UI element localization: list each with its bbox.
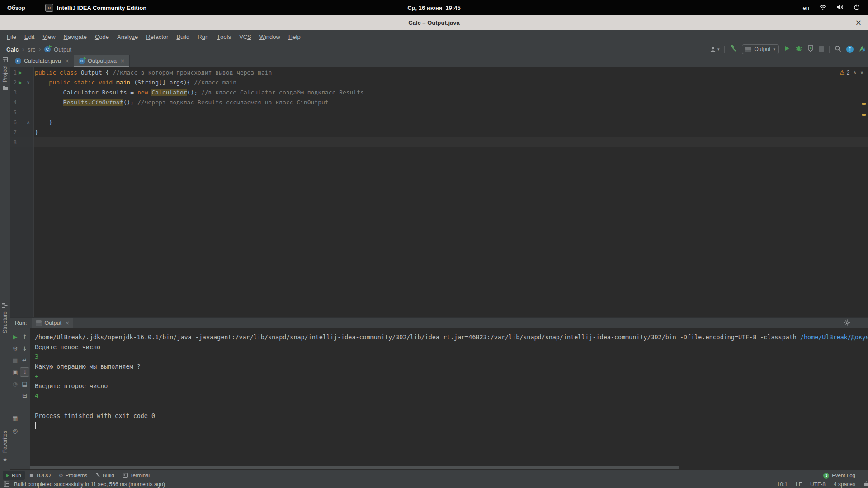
run-settings-button[interactable]: ⚙ <box>11 344 19 353</box>
console-line <box>35 401 868 411</box>
gauge-button[interactable]: ◔ <box>11 380 19 388</box>
toolwindow-label: Run <box>12 473 21 478</box>
tool-stripe-structure[interactable]: Structure <box>0 303 10 333</box>
scrollbar-warning-mark[interactable] <box>862 114 866 116</box>
console-horizontal-scrollbar[interactable] <box>30 466 679 469</box>
print-button[interactable]: ▤ <box>20 380 29 388</box>
pin-tab-button[interactable]: ◎ <box>11 427 19 435</box>
toolwindow-button-terminal[interactable]: Terminal <box>119 471 153 480</box>
tab-output-java[interactable]: C▶ Output.java × <box>74 55 130 67</box>
code-editor[interactable]: 1▶2▶∨3456∧78 public class Output { //кла… <box>10 67 868 317</box>
console-icon <box>36 320 42 326</box>
keyboard-layout-indicator[interactable]: en <box>803 5 809 11</box>
menu-window[interactable]: Window <box>255 30 284 43</box>
status-message[interactable]: Build completed successfully in 11 sec, … <box>14 481 165 488</box>
caret-position[interactable]: 10:1 <box>777 481 788 488</box>
tab-close-icon[interactable]: × <box>65 320 70 326</box>
down-stack-trace-button[interactable]: ↓ <box>20 344 29 353</box>
run-line-icon[interactable]: ▶ <box>19 78 22 88</box>
run-with-coverage-button[interactable] <box>807 45 814 54</box>
menu-build[interactable]: Build <box>172 30 193 43</box>
dump-threads-button[interactable]: ▣ <box>11 368 19 376</box>
inspections-widget[interactable]: ⚠ 2 ∧ ∨ <box>840 69 863 76</box>
run-configuration-dropdown[interactable]: Output ▾ <box>742 44 779 54</box>
console-line <box>35 421 868 431</box>
code-line <box>34 137 868 147</box>
debug-button[interactable] <box>795 45 802 54</box>
build-hammer-icon[interactable] <box>730 45 737 54</box>
stop-button[interactable]: ■ <box>11 356 19 365</box>
settings-gear-icon[interactable] <box>844 319 850 327</box>
run-console-tab[interactable]: Output × <box>32 318 73 328</box>
classpath-link[interactable]: /home/UlBreak/Докум <box>800 334 868 341</box>
event-log-button[interactable]: 3 Event Log <box>823 473 868 479</box>
menu-navigate[interactable]: Navigate <box>60 30 91 43</box>
editor-code-lines[interactable]: public class Output { //класс в котором … <box>34 67 868 317</box>
menu-refactor[interactable]: Refactor <box>142 30 172 43</box>
run-line-icon[interactable]: ▶ <box>19 68 22 78</box>
stop-button[interactable] <box>819 45 824 53</box>
toolwindow-label: Problems <box>65 473 87 478</box>
tool-stripe-favorites[interactable]: Favorites ★ <box>0 431 10 463</box>
toolwindow-label: Terminal <box>130 473 150 478</box>
file-encoding[interactable]: UTF-8 <box>810 481 826 488</box>
indent-setting[interactable]: 4 spaces <box>834 481 855 488</box>
next-warning-icon[interactable]: ∨ <box>860 70 863 75</box>
search-everywhere-icon[interactable] <box>835 45 841 54</box>
tool-stripe-project[interactable]: Project <box>0 57 10 90</box>
code-line <box>34 108 868 117</box>
fold-icon[interactable]: ∧ <box>27 117 30 127</box>
run-tab-label: Output <box>44 320 61 326</box>
menu-view[interactable]: View <box>38 30 59 43</box>
rerun-button[interactable]: ▶ <box>11 333 19 341</box>
window-close-button[interactable]: × <box>855 15 862 30</box>
run-console[interactable]: /home/UlBreak/.jdks/openjdk-16.0.1/bin/j… <box>30 328 868 474</box>
hide-panel-icon[interactable]: — <box>857 320 863 327</box>
clock[interactable]: Ср, 16 июня 19:45 <box>0 5 868 11</box>
menu-help[interactable]: Help <box>284 30 305 43</box>
plugin-update-icon[interactable] <box>859 45 865 54</box>
structure-icon <box>2 303 8 308</box>
menu-code[interactable]: Code <box>91 30 113 43</box>
ide-update-icon[interactable]: ↑ <box>846 46 854 53</box>
todo-list-icon: ≡ <box>29 473 33 479</box>
unlock-icon[interactable] <box>863 481 868 488</box>
breadcrumb-file[interactable]: Output <box>54 46 71 53</box>
tab-close-icon[interactable]: × <box>65 58 69 64</box>
toolwindow-button-run[interactable]: ▶ Run <box>3 471 25 480</box>
menu-analyze[interactable]: Analyze <box>113 30 142 43</box>
toolwindow-button-problems[interactable]: ⊘ Problems <box>55 471 91 480</box>
up-stack-trace-button[interactable]: ↑ <box>20 333 29 341</box>
line-separator[interactable]: LF <box>796 481 802 488</box>
soft-wrap-button[interactable]: ↵ <box>20 356 29 365</box>
scroll-to-end-button[interactable]: ⇓ <box>20 367 29 377</box>
code-with-me-icon[interactable]: ▾ <box>709 46 720 52</box>
menu-run[interactable]: Run <box>193 30 212 43</box>
toolwindow-switcher-icon[interactable] <box>4 481 9 488</box>
tab-close-icon[interactable]: × <box>120 58 125 64</box>
warning-count: 2 <box>847 70 850 76</box>
breadcrumb-separator-icon: › <box>38 46 41 53</box>
breadcrumb-folder[interactable]: src <box>28 46 35 53</box>
menu-vcs[interactable]: VCS <box>235 30 255 43</box>
volume-icon[interactable] <box>836 4 844 12</box>
tab-calculator-java[interactable]: C Calculator.java × <box>10 55 74 67</box>
menu-file[interactable]: File <box>3 30 20 43</box>
restore-layout-button[interactable]: ▦ <box>11 414 19 422</box>
scrollbar-warning-mark[interactable] <box>862 103 866 105</box>
clear-console-button[interactable]: ⊟ <box>20 391 29 400</box>
toolwindow-button-build[interactable]: Build <box>92 471 118 480</box>
window-title-bar[interactable]: Calc – Output.java × <box>0 15 868 30</box>
wifi-icon[interactable] <box>819 4 826 12</box>
code-line: Results.CinOutput(); //черерз подклас Re… <box>34 98 868 108</box>
prev-warning-icon[interactable]: ∧ <box>853 70 856 75</box>
breadcrumb-separator-icon: › <box>22 46 24 53</box>
breadcrumb-project[interactable]: Calc <box>6 46 19 53</box>
fold-icon[interactable]: ∨ <box>27 78 30 88</box>
menu-tools[interactable]: Tools <box>212 30 235 43</box>
run-button[interactable] <box>784 45 790 53</box>
toolwindow-button-todo[interactable]: ≡ TODO <box>26 471 54 480</box>
menu-edit[interactable]: Edit <box>20 30 38 43</box>
power-icon[interactable] <box>854 4 860 12</box>
toolwindow-label: TODO <box>36 473 51 478</box>
